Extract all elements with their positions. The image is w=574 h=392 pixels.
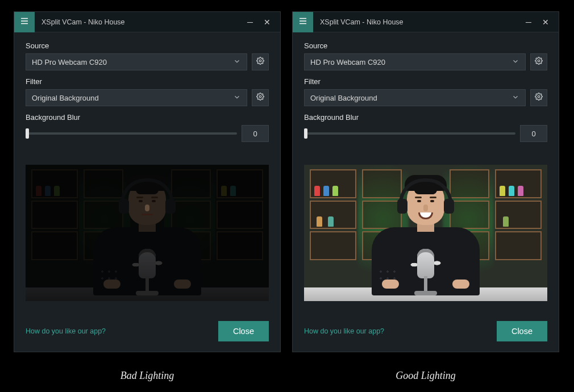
gear-icon [535,93,543,103]
app-window-right: XSplit VCam - Niko House ─ ✕ Source HD P… [292,11,559,352]
menu-button[interactable] [14,12,35,32]
close-icon: ✕ [542,18,549,27]
source-settings-button[interactable] [252,53,269,70]
content-area: Source HD Pro Webcam C920 Filter Origina… [293,32,559,311]
source-value: HD Pro Webcam C920 [310,58,385,66]
filter-select[interactable]: Original Background [304,89,526,106]
footer: How do you like our app? Close [293,311,559,352]
gear-icon [256,57,264,67]
svg-point-4 [259,95,261,98]
window-title: XSplit VCam - Niko House [313,18,522,26]
source-settings-button[interactable] [530,53,547,70]
gear-icon [535,57,543,67]
slider-rail [26,132,237,135]
source-label: Source [26,41,269,50]
minimize-icon: ─ [247,18,253,27]
caption-left: Bad Lighting [14,370,281,382]
minimize-button[interactable]: ─ [522,16,535,28]
close-button[interactable]: Close [218,321,269,341]
blur-value: 0 [520,125,547,142]
gear-icon [256,93,264,103]
feedback-link[interactable]: How do you like our app? [26,327,106,335]
filter-value: Original Background [32,94,99,102]
footer: How do you like our app? Close [14,311,280,352]
close-window-button[interactable]: ✕ [539,16,552,28]
window-controls: ─ ✕ [522,16,559,28]
chevron-down-icon [233,93,241,103]
menu-button[interactable] [293,12,313,32]
hamburger-icon [19,16,30,28]
app-window-left: XSplit VCam - Niko House ─ ✕ Source HD P… [14,11,281,352]
svg-point-3 [259,60,261,62]
content-area: Source HD Pro Webcam C920 Filter Origina… [14,32,280,311]
camera-preview [26,165,269,301]
blur-label: Background Blur [304,113,547,122]
slider-thumb[interactable] [26,128,29,139]
source-label: Source [304,41,547,50]
blur-label: Background Blur [26,113,269,122]
chevron-down-icon [233,57,241,67]
blur-slider[interactable] [26,125,237,142]
filter-settings-button[interactable] [530,89,547,106]
close-button[interactable]: Close [497,321,547,341]
filter-settings-button[interactable] [252,89,269,106]
filter-value: Original Background [310,94,377,102]
caption-right: Good Lighting [292,370,559,382]
titlebar: XSplit VCam - Niko House ─ ✕ [293,12,559,32]
hamburger-icon [298,16,308,28]
camera-preview [304,165,547,301]
chevron-down-icon [511,93,519,103]
window-title: XSplit VCam - Niko House [35,18,244,26]
feedback-link[interactable]: How do you like our app? [304,327,384,335]
slider-rail [304,132,515,135]
filter-select[interactable]: Original Background [26,89,247,106]
blur-slider[interactable] [304,125,515,142]
svg-point-9 [538,95,540,98]
slider-thumb[interactable] [304,128,307,139]
chevron-down-icon [511,57,519,67]
filter-label: Filter [26,77,269,86]
blur-value: 0 [242,125,269,142]
source-value: HD Pro Webcam C920 [32,58,107,66]
minimize-button[interactable]: ─ [244,16,256,28]
filter-label: Filter [304,77,547,86]
svg-point-8 [538,60,540,62]
source-select[interactable]: HD Pro Webcam C920 [26,53,247,70]
titlebar: XSplit VCam - Niko House ─ ✕ [14,12,280,32]
window-controls: ─ ✕ [244,16,280,28]
close-window-button[interactable]: ✕ [261,16,273,28]
source-select[interactable]: HD Pro Webcam C920 [304,53,526,70]
minimize-icon: ─ [526,18,531,27]
close-icon: ✕ [264,18,271,27]
